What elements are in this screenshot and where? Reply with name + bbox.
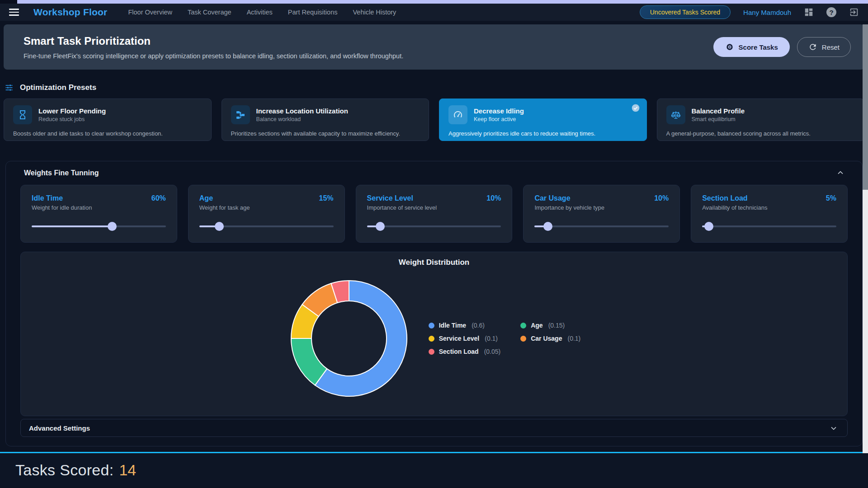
slider-subtitle: Importance by vehicle type bbox=[534, 204, 669, 211]
user-name[interactable]: Hany Mamdouh bbox=[743, 9, 791, 16]
advanced-settings-label: Advanced Settings bbox=[29, 424, 90, 432]
weights-panel: Weights Fine Tunning Idle Time60% Weight… bbox=[5, 161, 863, 446]
preset-head: Increase Location Utilization Balance wo… bbox=[231, 105, 420, 124]
scrollbar-thumb[interactable] bbox=[863, 24, 868, 190]
legend-value: (0.1) bbox=[485, 335, 498, 342]
nav-links: Floor Overview Task Coverage Activities … bbox=[128, 9, 396, 16]
preset-description: A general-purpose, balanced scoring acro… bbox=[666, 130, 855, 137]
slider-card-idle-time: Idle Time60% Weight for idle duration bbox=[20, 185, 177, 243]
legend-label: Idle Time bbox=[439, 322, 466, 329]
slider-thumb[interactable] bbox=[704, 222, 713, 231]
legend-label: Section Load bbox=[439, 348, 479, 355]
service-level-slider[interactable] bbox=[367, 222, 501, 231]
preset-subtitle: Balance workload bbox=[256, 116, 348, 122]
slider-track[interactable] bbox=[534, 225, 669, 227]
nav-item-part-requisitions[interactable]: Part Requisitions bbox=[288, 9, 338, 16]
preset-titles: Increase Location Utilization Balance wo… bbox=[256, 107, 348, 122]
section-load-slider[interactable] bbox=[702, 222, 836, 231]
help-icon[interactable]: ? bbox=[826, 7, 836, 17]
preset-description: Aggressively prioritizes idle cars to re… bbox=[448, 130, 637, 137]
slider-fill bbox=[32, 225, 112, 227]
legend-dot bbox=[429, 336, 434, 342]
legend-item-car-usage[interactable]: Car Usage(0.1) bbox=[520, 335, 580, 342]
slider-value: 15% bbox=[319, 194, 334, 202]
legend-item-age[interactable]: Age(0.15) bbox=[520, 322, 580, 329]
top-navbar: Workshop Floor Floor Overview Task Cover… bbox=[0, 4, 868, 21]
preset-title: Balanced Profile bbox=[692, 107, 745, 115]
legend-item-section-load[interactable]: Section Load(0.05) bbox=[429, 348, 500, 355]
legend-value: (0.1) bbox=[567, 335, 580, 342]
slider-subtitle: Availability of technicians bbox=[702, 204, 836, 211]
hamburger-menu-icon[interactable] bbox=[9, 9, 19, 16]
preset-card-decrease-idling[interactable]: Decrease Idling Keep floor active Aggres… bbox=[439, 99, 647, 141]
workshop-floor-page: Workshop Floor Floor Overview Task Cover… bbox=[0, 0, 868, 488]
legend-label: Car Usage bbox=[531, 335, 562, 342]
header-text: Smart Task Prioritization Fine-tune Flee… bbox=[24, 35, 403, 60]
refresh-icon bbox=[808, 42, 817, 52]
nav-item-vehicle-history[interactable]: Vehicle History bbox=[353, 9, 396, 16]
preset-subtitle: Smart equilibrium bbox=[692, 116, 745, 122]
slider-thumb[interactable] bbox=[543, 222, 552, 231]
legend-item-idle-time[interactable]: Idle Time(0.6) bbox=[429, 322, 500, 329]
reset-button[interactable]: Reset bbox=[797, 37, 851, 57]
preset-titles: Lower Floor Pending Reduce stuck jobs bbox=[38, 107, 106, 122]
logout-icon[interactable] bbox=[849, 7, 859, 17]
reset-label: Reset bbox=[822, 43, 840, 51]
weights-heading: Weights Fine Tunning bbox=[24, 169, 99, 177]
page-header: Smart Task Prioritization Fine-tune Flee… bbox=[4, 24, 864, 70]
top-progress-bar bbox=[0, 0, 868, 4]
tasks-scored-label: Tasks Scored: bbox=[15, 461, 113, 479]
preset-card-lower-floor-pending[interactable]: Lower Floor Pending Reduce stuck jobs Bo… bbox=[4, 99, 212, 141]
slider-card-age: Age15% Weight for task age bbox=[188, 185, 345, 243]
slider-track[interactable] bbox=[367, 225, 501, 227]
page-scrollbar[interactable] bbox=[863, 24, 868, 453]
idle-time-slider[interactable] bbox=[32, 222, 166, 231]
preset-cards-row: Lower Floor Pending Reduce stuck jobs Bo… bbox=[4, 99, 864, 141]
legend-label: Service Level bbox=[439, 335, 480, 342]
preset-card-balanced-profile[interactable]: Balanced Profile Smart equilibrium A gen… bbox=[657, 99, 865, 141]
legend-value: (0.05) bbox=[484, 348, 501, 355]
slider-thumb[interactable] bbox=[376, 222, 385, 231]
preset-title: Decrease Idling bbox=[474, 107, 524, 115]
slider-track[interactable] bbox=[702, 225, 836, 227]
chevron-down-icon[interactable] bbox=[829, 423, 838, 432]
nav-item-task-coverage[interactable]: Task Coverage bbox=[188, 9, 231, 16]
age-slider[interactable] bbox=[199, 222, 334, 231]
slider-title: Section Load bbox=[702, 194, 747, 202]
balance-scale-icon bbox=[666, 105, 685, 124]
page-title: Smart Task Prioritization bbox=[24, 35, 403, 47]
preset-card-increase-location-utilization[interactable]: Increase Location Utilization Balance wo… bbox=[222, 99, 429, 141]
slider-title: Age bbox=[199, 194, 213, 202]
presets-heading: Optimization Presets bbox=[20, 83, 96, 92]
weight-donut-chart bbox=[288, 277, 410, 400]
weights-panel-head: Weights Fine Tunning bbox=[20, 169, 848, 178]
legend-item-service-level[interactable]: Service Level(0.1) bbox=[429, 335, 500, 342]
legend-dot bbox=[520, 323, 526, 328]
chevron-up-icon[interactable] bbox=[836, 169, 845, 178]
nav-item-floor-overview[interactable]: Floor Overview bbox=[128, 9, 172, 16]
slider-title: Car Usage bbox=[534, 194, 570, 202]
app-brand[interactable]: Workshop Floor bbox=[33, 7, 107, 18]
weight-sliders-row: Idle Time60% Weight for idle duration Ag… bbox=[20, 185, 848, 243]
preset-head: Decrease Idling Keep floor active bbox=[448, 105, 637, 124]
status-badge: Uncovered Tasks Scored bbox=[640, 5, 731, 19]
score-tasks-button[interactable]: Score Tasks bbox=[713, 37, 790, 57]
dashboard-grid-icon[interactable] bbox=[804, 7, 814, 17]
navbar-right: Uncovered Tasks Scored Hany Mamdouh ? bbox=[640, 5, 859, 19]
car-usage-slider[interactable] bbox=[534, 222, 669, 231]
nav-item-activities[interactable]: Activities bbox=[247, 9, 273, 16]
tasks-scored-value: 14 bbox=[119, 461, 136, 479]
hourglass-icon bbox=[13, 105, 32, 124]
footer-bar: Tasks Scored: 14 bbox=[0, 453, 868, 487]
weight-distribution-card: Weight Distribution Idle Time(0.6) Age(0… bbox=[20, 252, 848, 416]
slider-thumb[interactable] bbox=[108, 222, 117, 231]
legend-value: (0.6) bbox=[472, 322, 485, 329]
chart-body: Idle Time(0.6) Age(0.15) Service Level(0… bbox=[21, 267, 847, 410]
legend-value: (0.15) bbox=[548, 322, 565, 329]
preset-titles: Decrease Idling Keep floor active bbox=[474, 107, 524, 122]
speed-gauge-icon bbox=[448, 105, 467, 124]
page-subtitle: Fine-tune FleetFix's scoring intelligenc… bbox=[24, 52, 403, 60]
slider-value: 60% bbox=[151, 194, 166, 202]
advanced-settings-row[interactable]: Advanced Settings bbox=[20, 419, 848, 437]
slider-thumb[interactable] bbox=[215, 222, 224, 231]
